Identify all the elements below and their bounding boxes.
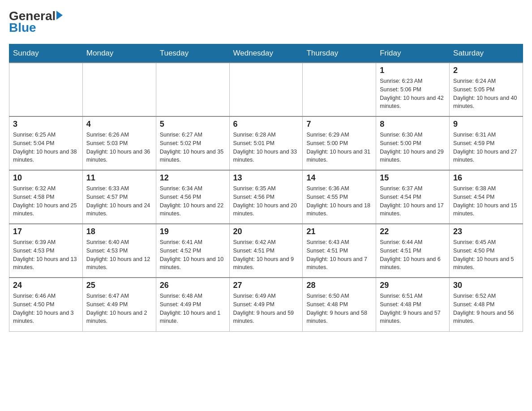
day-number: 29 xyxy=(380,281,446,290)
calendar-cell: 7Sunrise: 6:29 AMSunset: 5:00 PMDaylight… xyxy=(303,116,376,170)
day-number: 12 xyxy=(160,173,226,183)
weekday-header-sunday: Sunday xyxy=(9,44,83,63)
day-number: 18 xyxy=(86,227,152,236)
calendar-cell: 15Sunrise: 6:37 AMSunset: 4:54 PMDayligh… xyxy=(376,170,450,224)
day-info: Sunrise: 6:45 AMSunset: 4:50 PMDaylight:… xyxy=(453,238,519,272)
day-number: 25 xyxy=(86,281,152,290)
day-number: 7 xyxy=(306,120,372,129)
day-number: 28 xyxy=(306,281,372,290)
calendar-cell: 5Sunrise: 6:27 AMSunset: 5:02 PMDaylight… xyxy=(156,116,229,170)
day-info: Sunrise: 6:29 AMSunset: 5:00 PMDaylight:… xyxy=(306,131,372,164)
day-number: 15 xyxy=(380,173,446,183)
day-number: 2 xyxy=(453,66,519,75)
calendar-cell xyxy=(303,63,376,116)
calendar-cell: 6Sunrise: 6:28 AMSunset: 5:01 PMDaylight… xyxy=(229,116,303,170)
day-number: 19 xyxy=(160,227,226,236)
day-info: Sunrise: 6:44 AMSunset: 4:51 PMDaylight:… xyxy=(380,238,446,272)
day-info: Sunrise: 6:32 AMSunset: 4:58 PMDaylight:… xyxy=(13,184,79,218)
calendar-cell: 16Sunrise: 6:38 AMSunset: 4:54 PMDayligh… xyxy=(450,170,523,224)
day-info: Sunrise: 6:42 AMSunset: 4:51 PMDaylight:… xyxy=(233,238,299,272)
day-info: Sunrise: 6:41 AMSunset: 4:52 PMDaylight:… xyxy=(160,238,226,272)
weekday-header-friday: Friday xyxy=(376,44,450,63)
day-number: 21 xyxy=(306,227,372,236)
day-info: Sunrise: 6:49 AMSunset: 4:49 PMDaylight:… xyxy=(233,292,299,325)
calendar-cell: 1Sunrise: 6:23 AMSunset: 5:06 PMDaylight… xyxy=(376,63,450,116)
calendar-cell: 12Sunrise: 6:34 AMSunset: 4:56 PMDayligh… xyxy=(156,170,229,224)
calendar-cell: 28Sunrise: 6:50 AMSunset: 4:48 PMDayligh… xyxy=(303,278,376,331)
calendar-cell: 17Sunrise: 6:39 AMSunset: 4:53 PMDayligh… xyxy=(9,224,83,278)
day-number: 9 xyxy=(453,120,519,129)
day-info: Sunrise: 6:23 AMSunset: 5:06 PMDaylight:… xyxy=(380,77,446,111)
day-number: 11 xyxy=(86,173,152,183)
day-info: Sunrise: 6:38 AMSunset: 4:54 PMDaylight:… xyxy=(453,184,519,218)
day-number: 6 xyxy=(233,120,299,129)
weekday-header-saturday: Saturday xyxy=(450,44,523,63)
day-number: 27 xyxy=(233,281,299,290)
day-number: 3 xyxy=(13,120,79,129)
calendar-cell: 23Sunrise: 6:45 AMSunset: 4:50 PMDayligh… xyxy=(450,224,523,278)
calendar-cell: 8Sunrise: 6:30 AMSunset: 5:00 PMDaylight… xyxy=(376,116,450,170)
day-info: Sunrise: 6:27 AMSunset: 5:02 PMDaylight:… xyxy=(160,131,226,164)
day-info: Sunrise: 6:46 AMSunset: 4:50 PMDaylight:… xyxy=(13,292,79,325)
day-info: Sunrise: 6:39 AMSunset: 4:53 PMDaylight:… xyxy=(13,238,79,272)
calendar-cell: 14Sunrise: 6:36 AMSunset: 4:55 PMDayligh… xyxy=(303,170,376,224)
day-info: Sunrise: 6:28 AMSunset: 5:01 PMDaylight:… xyxy=(233,131,299,164)
week-row-3: 10Sunrise: 6:32 AMSunset: 4:58 PMDayligh… xyxy=(9,170,523,224)
day-info: Sunrise: 6:37 AMSunset: 4:54 PMDaylight:… xyxy=(380,184,446,218)
calendar-cell: 27Sunrise: 6:49 AMSunset: 4:49 PMDayligh… xyxy=(229,278,303,331)
calendar-cell xyxy=(156,63,229,116)
day-info: Sunrise: 6:40 AMSunset: 4:53 PMDaylight:… xyxy=(86,238,152,272)
day-info: Sunrise: 6:52 AMSunset: 4:48 PMDaylight:… xyxy=(453,292,519,325)
day-number: 10 xyxy=(13,173,79,183)
day-number: 17 xyxy=(13,227,79,236)
day-number: 4 xyxy=(86,120,152,129)
calendar-cell: 30Sunrise: 6:52 AMSunset: 4:48 PMDayligh… xyxy=(450,278,523,331)
day-number: 14 xyxy=(306,173,372,183)
calendar-cell: 29Sunrise: 6:51 AMSunset: 4:48 PMDayligh… xyxy=(376,278,450,331)
day-number: 23 xyxy=(453,227,519,236)
day-number: 5 xyxy=(160,120,226,129)
day-info: Sunrise: 6:24 AMSunset: 5:05 PMDaylight:… xyxy=(453,77,519,111)
weekday-header-thursday: Thursday xyxy=(303,44,376,63)
calendar-cell: 26Sunrise: 6:48 AMSunset: 4:49 PMDayligh… xyxy=(156,278,229,331)
calendar-cell xyxy=(82,63,156,116)
day-number: 13 xyxy=(233,173,299,183)
weekday-header-wednesday: Wednesday xyxy=(229,44,303,63)
day-number: 8 xyxy=(380,120,446,129)
day-info: Sunrise: 6:36 AMSunset: 4:55 PMDaylight:… xyxy=(306,184,372,218)
calendar-cell xyxy=(229,63,303,116)
calendar-cell xyxy=(9,63,83,116)
day-info: Sunrise: 6:33 AMSunset: 4:57 PMDaylight:… xyxy=(86,184,152,218)
day-number: 16 xyxy=(453,173,519,183)
calendar-table: SundayMondayTuesdayWednesdayThursdayFrid… xyxy=(9,44,523,332)
day-info: Sunrise: 6:51 AMSunset: 4:48 PMDaylight:… xyxy=(380,292,446,325)
calendar-cell: 24Sunrise: 6:46 AMSunset: 4:50 PMDayligh… xyxy=(9,278,83,331)
day-number: 24 xyxy=(13,281,79,290)
weekday-header-monday: Monday xyxy=(82,44,156,63)
logo-arrow-icon xyxy=(56,11,63,20)
day-info: Sunrise: 6:26 AMSunset: 5:03 PMDaylight:… xyxy=(86,131,152,164)
calendar-cell: 2Sunrise: 6:24 AMSunset: 5:05 PMDaylight… xyxy=(450,63,523,116)
day-info: Sunrise: 6:43 AMSunset: 4:51 PMDaylight:… xyxy=(306,238,372,272)
weekday-header-row: SundayMondayTuesdayWednesdayThursdayFrid… xyxy=(9,44,523,63)
calendar-cell: 20Sunrise: 6:42 AMSunset: 4:51 PMDayligh… xyxy=(229,224,303,278)
day-info: Sunrise: 6:25 AMSunset: 5:04 PMDaylight:… xyxy=(13,131,79,164)
day-number: 30 xyxy=(453,281,519,290)
weekday-header-tuesday: Tuesday xyxy=(156,44,229,63)
calendar-cell: 21Sunrise: 6:43 AMSunset: 4:51 PMDayligh… xyxy=(303,224,376,278)
day-info: Sunrise: 6:50 AMSunset: 4:48 PMDaylight:… xyxy=(306,292,372,325)
day-info: Sunrise: 6:31 AMSunset: 4:59 PMDaylight:… xyxy=(453,131,519,164)
calendar-cell: 3Sunrise: 6:25 AMSunset: 5:04 PMDaylight… xyxy=(9,116,83,170)
week-row-5: 24Sunrise: 6:46 AMSunset: 4:50 PMDayligh… xyxy=(9,278,523,331)
logo-blue: Blue xyxy=(9,21,36,35)
day-info: Sunrise: 6:35 AMSunset: 4:56 PMDaylight:… xyxy=(233,184,299,218)
calendar-cell: 25Sunrise: 6:47 AMSunset: 4:49 PMDayligh… xyxy=(82,278,156,331)
day-info: Sunrise: 6:34 AMSunset: 4:56 PMDaylight:… xyxy=(160,184,226,218)
calendar-cell: 13Sunrise: 6:35 AMSunset: 4:56 PMDayligh… xyxy=(229,170,303,224)
week-row-4: 17Sunrise: 6:39 AMSunset: 4:53 PMDayligh… xyxy=(9,224,523,278)
day-info: Sunrise: 6:48 AMSunset: 4:49 PMDaylight:… xyxy=(160,292,226,325)
day-info: Sunrise: 6:30 AMSunset: 5:00 PMDaylight:… xyxy=(380,131,446,164)
week-row-2: 3Sunrise: 6:25 AMSunset: 5:04 PMDaylight… xyxy=(9,116,523,170)
calendar-cell: 18Sunrise: 6:40 AMSunset: 4:53 PMDayligh… xyxy=(82,224,156,278)
calendar-cell: 19Sunrise: 6:41 AMSunset: 4:52 PMDayligh… xyxy=(156,224,229,278)
